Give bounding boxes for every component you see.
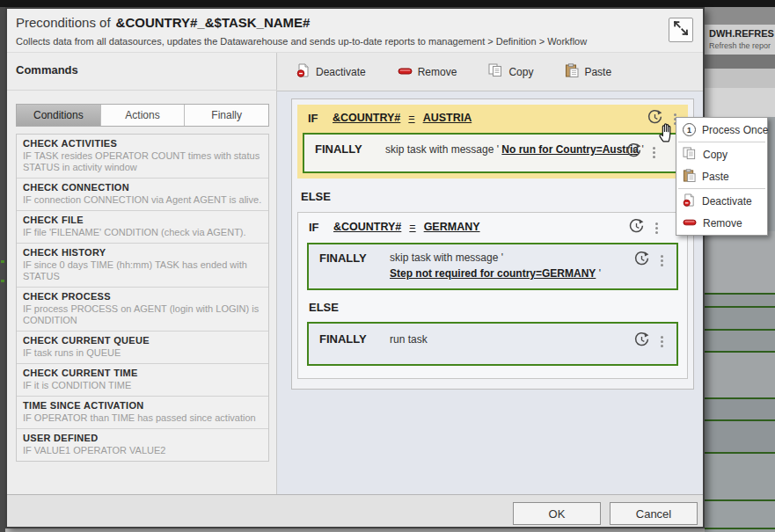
deactivate-label: Deactivate [316, 66, 366, 78]
background-task-title: DWH.REFRES [709, 28, 775, 39]
list-item-check-activities[interactable]: CHECK ACTIVITIES IF TASK resides OPERATO… [17, 135, 268, 179]
if-germany-expression: &COUNTRY# = GERMANY [333, 221, 480, 233]
finally-austria-actions [625, 142, 658, 163]
finally-germany-text-line1: skip task with message ' [390, 251, 503, 264]
finally-message-link[interactable]: Step not required for country=GERMANY [390, 267, 596, 280]
value-link[interactable]: AUSTRIA [423, 112, 472, 124]
if-austria-header: IF &COUNTRY# = AUSTRIA [297, 105, 688, 131]
background-band [705, 69, 775, 88]
list-item-desc: IF file 'FILENAME' CONDITION (check via … [23, 227, 262, 238]
operator-link[interactable]: = [408, 112, 414, 124]
background-table-row [705, 351, 775, 397]
background-green-mark [1, 260, 4, 263]
expand-button[interactable] [669, 18, 693, 42]
deactivate-button[interactable]: Deactivate [296, 63, 366, 80]
process-once-icon[interactable] [625, 142, 642, 163]
value-link[interactable]: GERMANY [424, 221, 480, 233]
tab-actions[interactable]: Actions [101, 105, 186, 126]
list-item-time-since-activation[interactable]: TIME SINCE ACTIVATION IF OPERATOR than T… [17, 397, 268, 429]
variable-link[interactable]: &COUNTRY# [333, 221, 401, 233]
variable-link[interactable]: &COUNTRY# [333, 112, 400, 124]
list-item-desc: IF it is CONDITION TIME [23, 380, 262, 391]
list-item-user-defined[interactable]: USER DEFINED IF VALUE1 OPERATOR VALUE2 [17, 429, 268, 461]
tab-finally[interactable]: Finally [185, 105, 268, 126]
kebab-menu-icon[interactable] [658, 253, 666, 268]
finally-block-austria[interactable]: FINALLY skip task with message ' No run … [303, 133, 683, 173]
if-keyword: IF [308, 112, 318, 125]
else-label-1: ELSE [301, 190, 331, 203]
list-item-desc: IF task runs in QUEUE [23, 347, 262, 359]
list-item-check-connection[interactable]: CHECK CONNECTION IF connection CONNECTIO… [17, 179, 268, 211]
menu-item-paste[interactable]: Paste [676, 165, 767, 187]
menu-item-deactivate[interactable]: Deactivate [676, 190, 767, 212]
list-item-title: CHECK FILE [23, 215, 262, 226]
menu-item-process-once[interactable]: 1 Process Once [676, 119, 767, 141]
workflow-panel: Deactivate Remove [277, 53, 703, 494]
menu-item-label: Paste [702, 171, 729, 183]
expand-icon [671, 18, 691, 41]
process-once-icon[interactable] [633, 332, 650, 352]
process-once-icon: 1 [683, 123, 696, 136]
menu-item-remove[interactable]: Remove [676, 212, 767, 234]
else-label-2: ELSE [309, 301, 339, 314]
menu-item-label: Process Once [702, 124, 768, 136]
background-table-row [705, 397, 775, 452]
process-once-icon[interactable] [633, 251, 650, 271]
list-item-check-current-queue[interactable]: CHECK CURRENT QUEUE IF task runs in QUEU… [17, 332, 268, 364]
dialog-title: Preconditions of&COUNTRY#_&$TASK_NAME# [16, 15, 310, 30]
list-item-check-file[interactable]: CHECK FILE IF file 'FILENAME' CONDITION … [17, 211, 268, 244]
list-item-desc: IF VALUE1 OPERATOR VALUE2 [23, 445, 262, 456]
if-block-austria[interactable]: IF &COUNTRY# = AUSTRIA [297, 105, 688, 179]
commands-tabs: Conditions Actions Finally [16, 104, 269, 127]
menu-divider [678, 188, 765, 189]
menu-item-copy[interactable]: Copy [676, 143, 767, 165]
finally-message-link[interactable]: No run for Country=Austria [501, 143, 639, 156]
paste-label: Paste [584, 66, 611, 78]
kebab-menu-icon[interactable] [658, 334, 666, 349]
remove-label: Remove [418, 66, 457, 78]
menu-item-label: Remove [703, 217, 742, 230]
background-row-divider [705, 329, 775, 331]
list-item-title: TIME SINCE ACTIVATION [23, 400, 262, 412]
background-task-subtitle: Refresh the repor [709, 41, 775, 50]
list-item-check-history[interactable]: CHECK HISTORY IF since 0 days TIME (hh:m… [17, 244, 268, 288]
operator-link[interactable]: = [409, 221, 415, 233]
kebab-menu-icon[interactable] [653, 221, 661, 236]
tab-conditions[interactable]: Conditions [17, 105, 101, 126]
finally-block-run-task[interactable]: FINALLY run task [307, 322, 678, 366]
list-item-desc: IF since 0 days TIME (hh:mm) TASK has en… [23, 259, 262, 282]
if-block-germany-group[interactable]: IF &COUNTRY# = GERMANY [297, 212, 688, 379]
list-item-check-current-time[interactable]: CHECK CURRENT TIME IF it is CONDITION TI… [17, 364, 268, 397]
remove-button[interactable]: Remove [398, 66, 457, 78]
process-once-icon[interactable] [628, 218, 645, 238]
finally-austria-text: skip task with message ' No run for Coun… [385, 143, 644, 156]
divider [7, 90, 277, 91]
list-item-desc: IF TASK resides OPERATOR COUNT times wit… [23, 150, 262, 173]
background-app: DWH.REFRES Refresh the repor [705, 7, 775, 532]
list-item-check-process[interactable]: CHECK PROCESS IF process PROCESS on AGEN… [17, 288, 268, 332]
copy-label: Copy [508, 66, 533, 78]
finally-block-germany[interactable]: FINALLY skip task with message ' Step no… [307, 243, 678, 290]
if-austria-expression: &COUNTRY# = AUSTRIA [333, 112, 472, 124]
background-band [705, 88, 775, 117]
deactivate-icon [683, 193, 696, 209]
remove-icon [683, 217, 697, 230]
kebab-menu-icon[interactable] [650, 145, 658, 160]
copy-icon [488, 63, 503, 80]
list-item-title: CHECK CURRENT QUEUE [23, 335, 262, 346]
cancel-button[interactable]: Cancel [610, 502, 698, 525]
menu-divider [678, 142, 765, 142]
dialog-title-object: &COUNTRY#_&$TASK_NAME# [116, 15, 311, 30]
process-once-icon[interactable] [647, 109, 663, 129]
copy-button[interactable]: Copy [488, 63, 533, 80]
commands-panel: Commands Conditions Actions Finally CHEC… [7, 53, 277, 494]
ok-button[interactable]: OK [513, 502, 601, 525]
menu-item-label: Copy [703, 149, 727, 161]
background-row-divider [705, 499, 775, 501]
finally-text-suffix: ' [599, 267, 601, 280]
preconditions-dialog: Preconditions of&COUNTRY#_&$TASK_NAME# C… [5, 7, 705, 528]
background-row-divider [705, 351, 775, 353]
if-keyword: IF [309, 221, 319, 234]
background-task-header: DWH.REFRES Refresh the repor [705, 25, 775, 55]
paste-button[interactable]: Paste [565, 63, 611, 80]
